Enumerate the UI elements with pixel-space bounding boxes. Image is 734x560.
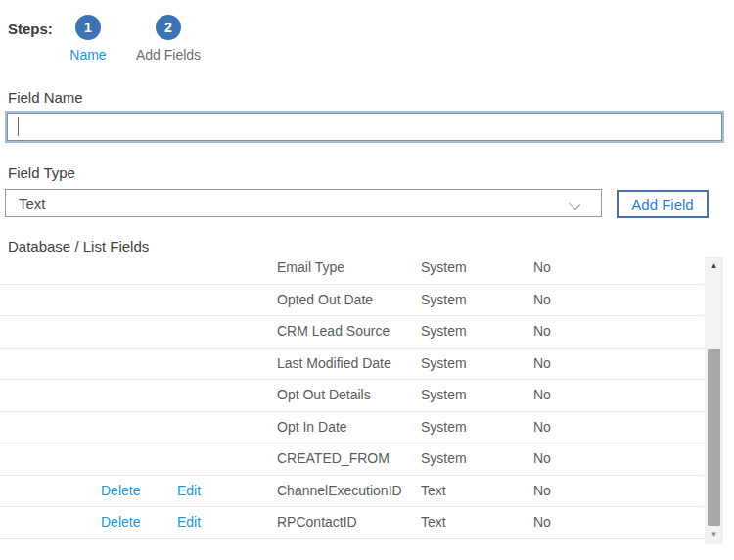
table-row: Delete Edit RPContactID Text No: [0, 507, 704, 539]
field-type-cell: System: [421, 380, 533, 411]
scrollbar-thumb[interactable]: [708, 349, 720, 526]
field-type-cell: Text: [421, 507, 533, 538]
table-scrollbar[interactable]: ▲ ▼: [705, 257, 723, 544]
field-name-cell: Opted Out Date: [277, 285, 421, 316]
delete-link: [101, 443, 177, 475]
row-spacer: [0, 476, 101, 507]
row-spacer: [0, 349, 101, 380]
scroll-up-icon[interactable]: ▲: [705, 258, 723, 274]
row-spacer: [0, 285, 101, 316]
field-type-selected-value: Text: [6, 195, 569, 211]
table-row: Opt Out Details System No: [0, 380, 704, 412]
field-required-cell: No: [533, 412, 704, 443]
field-name-cell: Last Modified Date: [277, 349, 421, 380]
edit-link: [177, 285, 277, 316]
field-required-cell: No: [533, 443, 704, 475]
step-2-circle[interactable]: 2: [156, 15, 181, 40]
delete-link: [101, 412, 177, 443]
edit-link: [177, 412, 277, 443]
steps-label: Steps:: [8, 21, 53, 37]
field-name-cell: RPContactID: [277, 507, 421, 538]
table-row: CRM Lead Source System No: [0, 316, 704, 349]
table-row: Delete Edit ChannelExecutionID Text No: [0, 476, 704, 508]
field-type-cell: System: [421, 253, 533, 284]
edit-link: [177, 443, 277, 475]
row-spacer: [0, 253, 101, 284]
step-1-label[interactable]: Name: [69, 47, 106, 63]
row-spacer: [0, 380, 101, 411]
edit-link[interactable]: Edit: [177, 507, 277, 538]
field-required-cell: No: [533, 380, 704, 411]
delete-link[interactable]: Delete: [101, 476, 177, 507]
step-1-name[interactable]: 1 Name: [61, 15, 115, 63]
field-type-cell: System: [421, 285, 533, 316]
field-required-cell: No: [533, 507, 704, 538]
chevron-down-icon: [569, 197, 581, 210]
field-type-cell: System: [421, 349, 533, 380]
field-name-cell: Opt In Date: [277, 412, 421, 443]
table-row: CREATED_FROM System No: [0, 443, 704, 476]
step-2-label[interactable]: Add Fields: [136, 47, 201, 63]
field-required-cell: No: [533, 253, 704, 284]
field-required-cell: No: [533, 285, 704, 316]
edit-link[interactable]: Edit: [177, 476, 277, 507]
field-name-cell: ChannelExecutionID: [277, 476, 421, 507]
field-required-cell: No: [533, 316, 704, 348]
text-caret: [18, 117, 19, 136]
field-name-cell: CRM Lead Source: [277, 316, 421, 348]
row-spacer: [0, 507, 101, 538]
fields-table: Email Type System No Opted Out Date Syst…: [0, 253, 704, 540]
delete-link: [101, 285, 177, 316]
field-name-cell: Opt Out Details: [277, 380, 421, 411]
step-1-circle[interactable]: 1: [75, 15, 101, 40]
field-type-cell: System: [421, 443, 533, 475]
row-spacer: [0, 412, 101, 443]
field-type-cell: System: [421, 412, 533, 443]
scroll-down-icon[interactable]: ▼: [705, 527, 723, 542]
fields-table-body: Email Type System No Opted Out Date Syst…: [0, 253, 704, 539]
delete-link: [101, 380, 177, 411]
field-name-cell: CREATED_FROM: [277, 443, 421, 475]
table-row: Opted Out Date System No: [0, 285, 704, 317]
table-row: Email Type System No: [0, 253, 704, 285]
edit-link: [177, 349, 277, 380]
delete-link[interactable]: Delete: [101, 507, 177, 538]
table-row: Last Modified Date System No: [0, 349, 704, 381]
table-row: Opt In Date System No: [0, 412, 704, 444]
field-name-input[interactable]: [7, 113, 722, 141]
edit-link: [177, 316, 277, 348]
field-type-cell: Text: [421, 476, 533, 507]
field-required-cell: No: [533, 476, 704, 507]
field-name-label: Field Name: [8, 89, 83, 106]
edit-link: [177, 380, 277, 411]
field-required-cell: No: [533, 349, 704, 380]
edit-link: [177, 253, 277, 284]
step-2-add-fields[interactable]: 2 Add Fields: [130, 15, 206, 63]
field-type-cell: System: [421, 316, 533, 348]
delete-link: [101, 349, 177, 380]
field-type-select[interactable]: Text: [5, 189, 602, 217]
row-spacer: [0, 443, 101, 475]
field-name-cell: Email Type: [277, 253, 421, 284]
add-field-button[interactable]: Add Field: [617, 190, 709, 218]
row-spacer: [0, 316, 101, 348]
delete-link: [101, 253, 177, 284]
delete-link: [101, 316, 177, 348]
field-type-label: Field Type: [8, 164, 75, 181]
